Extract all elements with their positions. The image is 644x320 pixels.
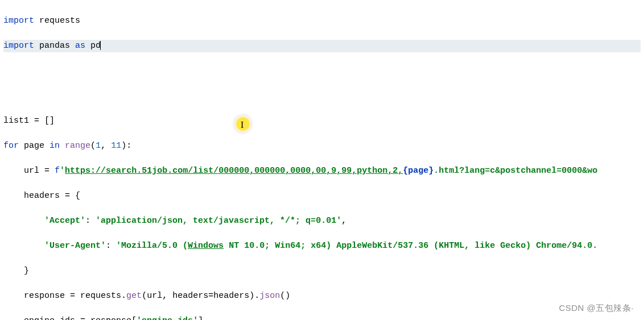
- code-editor[interactable]: import requests import pandas as pd list…: [0, 0, 644, 320]
- code-line: 'User-Agent': 'Mozilla/5.0 (Windows NT 1…: [3, 240, 641, 252]
- code-line: [3, 90, 641, 102]
- code-line: headers = {: [3, 190, 641, 202]
- text-caret: [100, 41, 101, 50]
- code-line: 'Accept': 'application/json, text/javasc…: [3, 215, 641, 227]
- code-line: import requests: [3, 15, 641, 27]
- code-line: engine_jds = response['engine_jds']: [3, 315, 641, 320]
- code-line-current: import pandas as pd: [3, 40, 641, 52]
- code-line: }: [3, 265, 641, 277]
- code-line: for page in range(1, 11):: [3, 140, 641, 152]
- code-line: [3, 65, 641, 77]
- code-line: url = f'https://search.51job.com/list/00…: [3, 165, 641, 177]
- code-line: response = requests.get(url, headers=hea…: [3, 290, 641, 302]
- code-line: list1 = []: [3, 115, 641, 127]
